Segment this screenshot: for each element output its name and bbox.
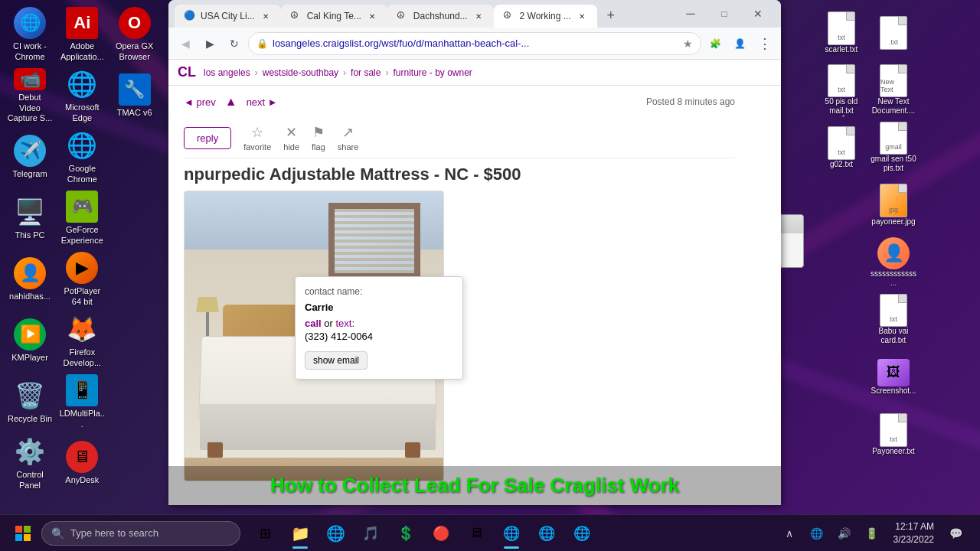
icon-anydesk-label: AnyDesk <box>65 475 99 485</box>
icon-chrome[interactable]: 🌐 Google Chrome <box>56 126 108 187</box>
system-tray: ∧ 🌐 🔊 🔋 12:17 AM 3/23/2022 💬 <box>777 517 974 550</box>
tab3-text: Dachshund... <box>413 11 468 21</box>
hide-button[interactable]: ✕ hide <box>283 124 299 152</box>
chrome-tab-3[interactable]: ☮ Dachshund... ✕ <box>387 5 494 28</box>
breadcrumb-category[interactable]: for sale <box>351 67 381 78</box>
text-link[interactable]: text: <box>335 318 354 329</box>
monitor-icon: 🖥 <box>469 525 483 541</box>
tab1-close[interactable]: ✕ <box>260 10 272 22</box>
icon-payoneer-jpg[interactable]: jpg payoneer.jpg <box>867 176 920 233</box>
icon-file-txt1[interactable]: .txt <box>867 4 920 61</box>
icon-edge[interactable]: 🌐 Microsoft Edge <box>56 65 108 126</box>
desktop-icons-left: 🌐 CI work - Chrome 📹 Debut Video Capture… <box>0 0 165 505</box>
icon-sss[interactable]: 👤 ssssssssssss... <box>867 233 920 291</box>
svg-rect-2 <box>15 534 22 541</box>
favorite-button[interactable]: ☆ favorite <box>243 124 271 152</box>
taskbar-chrome2[interactable]: 🌐 <box>530 517 564 550</box>
icon-this-pc[interactable]: 🖥️ This PC <box>4 187 56 249</box>
menu-button[interactable]: ⋮ <box>753 33 775 54</box>
task-view-icon: ⊞ <box>260 525 271 542</box>
back-button[interactable]: ◀ <box>175 33 196 54</box>
up-arrow-icon[interactable]: ▲ <box>225 95 237 109</box>
taskbar-file-explorer[interactable]: 📁 <box>283 517 317 550</box>
dollar-icon: 💲 <box>397 525 414 542</box>
forward-button[interactable]: ▶ <box>199 33 220 54</box>
icon-adobe[interactable]: Ai Adobe Applicatio... <box>56 4 108 65</box>
icon-opera[interactable]: O Opera GX Browser <box>109 4 161 65</box>
icon-control-panel[interactable]: ⚙️ Control Panel <box>4 432 56 494</box>
taskbar-dollar[interactable]: 💲 <box>389 517 423 550</box>
icon-geforce[interactable]: 🎮 GeForce Experience <box>56 187 108 249</box>
taskbar-potplayer[interactable]: 🎵 <box>354 517 387 550</box>
chrome-tab-1[interactable]: 🔵 USA City Li... ✕ <box>175 5 281 28</box>
icon-this-pc-label: This PC <box>15 230 44 240</box>
icon-ldmulti[interactable]: 📱 LDMultiPla... <box>56 371 108 432</box>
desktop: 🌐 CI work - Chrome 📹 Debut Video Capture… <box>0 0 980 551</box>
icon-ldmulti-label: LDMultiPla... <box>59 409 105 429</box>
extensions-button[interactable]: 🧩 <box>704 33 726 54</box>
maximize-button[interactable]: □ <box>707 3 741 24</box>
icon-ci-work[interactable]: 🌐 CI work - Chrome <box>4 4 56 65</box>
icon-new-text-doc[interactable]: New Text New Text Document.... <box>867 61 920 119</box>
new-tab-button[interactable]: + <box>600 5 622 26</box>
close-button[interactable]: ✕ <box>741 3 775 24</box>
reply-button[interactable]: reply <box>184 127 231 149</box>
icon-screenshot[interactable]: 🖼 Screenshot... <box>867 348 920 406</box>
icon-debut[interactable]: 📹 Debut Video Capture S... <box>4 65 56 126</box>
taskbar-monitor[interactable]: 🖥 <box>459 517 493 550</box>
taskbar-edge[interactable]: 🌐 <box>318 517 352 550</box>
taskbar-chrome[interactable]: 🌐 <box>495 517 528 550</box>
tray-up-arrow[interactable]: ∧ <box>777 517 802 550</box>
tray-clock[interactable]: 12:17 AM 3/23/2022 <box>887 520 940 546</box>
taskbar-search[interactable]: 🔍 Type here to search <box>41 521 240 546</box>
icon-firefox[interactable]: 🦊 Firefox Develop... <box>56 310 108 371</box>
start-button[interactable] <box>6 517 40 550</box>
taskbar-red-circle[interactable]: 🔴 <box>424 517 458 550</box>
address-bar[interactable]: 🔒 losangeles.craigslist.org/wst/fuo/d/ma… <box>248 32 701 55</box>
tab2-close[interactable]: ✕ <box>366 10 378 22</box>
tray-network[interactable]: 🌐 <box>805 517 829 550</box>
icon-anydesk[interactable]: 🖥 AnyDesk <box>56 432 108 494</box>
breadcrumb-subcategory[interactable]: furniture - by owner <box>393 67 472 78</box>
tab3-close[interactable]: ✕ <box>472 10 485 22</box>
show-email-button[interactable]: show email <box>305 351 368 370</box>
tray-battery[interactable]: 🔋 <box>860 517 884 550</box>
contact-name: Carrie <box>305 302 453 313</box>
prev-button[interactable]: ◄ prev <box>184 96 216 108</box>
tray-volume[interactable]: 🔊 <box>832 517 857 550</box>
file-explorer-icon: 📁 <box>291 524 310 543</box>
chrome3-icon: 🌐 <box>573 525 590 542</box>
icon-gmail-sent[interactable]: gmail gmail sen t50 pis.txt <box>867 119 920 176</box>
profile-button[interactable]: 👤 <box>729 33 750 54</box>
breadcrumb-city[interactable]: los angeles <box>204 67 250 78</box>
icon-recycle[interactable]: 🗑️ Recycle Bin <box>4 371 56 432</box>
windows-icon <box>15 525 31 542</box>
icon-potplayer[interactable]: ▶ PotPlayer 64 bit <box>56 249 108 310</box>
taskbar-chrome3[interactable]: 🌐 <box>565 517 599 550</box>
flag-button[interactable]: ⚑ flag <box>312 124 325 152</box>
chrome-tab-4[interactable]: ☮ 2 Working ... ✕ <box>494 5 597 28</box>
tray-notification[interactable]: 💬 <box>943 517 968 550</box>
chrome-tab-2[interactable]: ☮ Cal King Te... ✕ <box>281 5 387 28</box>
reload-button[interactable]: ↻ <box>224 33 245 54</box>
taskbar-task-view[interactable]: ⊞ <box>248 517 282 550</box>
call-link[interactable]: call <box>305 318 322 329</box>
icon-babu[interactable]: txt Babu vai card.txt <box>867 291 920 348</box>
icon-ci-work-label: CI work - Chrome <box>7 41 53 61</box>
bookmark-icon[interactable]: ★ <box>683 37 693 50</box>
icon-scarlet[interactable]: txt scarlet.txt <box>815 4 867 61</box>
minimize-button[interactable]: ─ <box>674 3 707 24</box>
next-button[interactable]: next ► <box>247 96 278 108</box>
breadcrumb-area[interactable]: westside-southbay <box>263 67 338 78</box>
share-button[interactable]: ↗ share <box>338 124 359 152</box>
tab4-close[interactable]: ✕ <box>576 10 588 22</box>
icon-payoneer-txt[interactable]: txt Payoneer.txt <box>867 406 920 463</box>
post-navigation: ◄ prev ▲ next ► Posted 8 minutes ago <box>184 89 735 115</box>
icon-tmac[interactable]: 🔧 TMAC v6 <box>109 65 161 126</box>
icon-kmplayer[interactable]: ▶️ KMPlayer <box>4 310 56 371</box>
icon-telegram[interactable]: ✈️ Telegram <box>4 126 56 187</box>
icon-50pis[interactable]: txt 50 pis old mail.txt <box>815 61 867 119</box>
icon-potplayer-label: PotPlayer 64 bit <box>59 286 105 306</box>
icon-g02[interactable]: txt g02.txt <box>815 119 867 176</box>
icon-nahid[interactable]: 👤 nahidhas... <box>4 249 56 310</box>
